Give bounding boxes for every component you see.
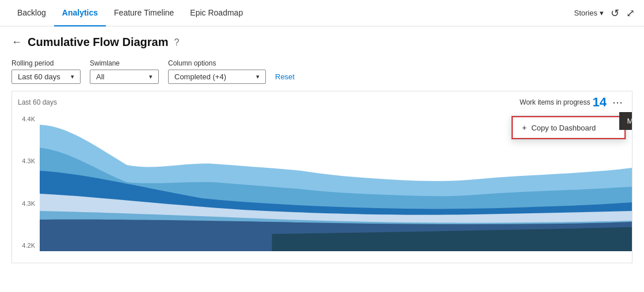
y-axis-label-2: 4.3K xyxy=(22,157,35,164)
reset-button[interactable]: Reset xyxy=(275,72,295,81)
column-options-chevron-icon: ▾ xyxy=(256,73,260,80)
rolling-period-label: Rolling period xyxy=(12,59,81,67)
column-options-group: Column options Completed (+4) ▾ xyxy=(168,59,266,84)
chart-period-label: Last 60 days xyxy=(18,98,57,106)
copy-to-dashboard-label: Copy to Dashboard xyxy=(531,124,596,132)
nav-left: Backlog Analytics Feature Timeline Epic … xyxy=(9,0,251,26)
help-icon[interactable]: ? xyxy=(174,37,180,48)
stories-chevron-icon: ▾ xyxy=(600,9,604,17)
swimlane-chevron-icon: ▾ xyxy=(149,73,153,80)
rolling-period-dropdown[interactable]: Last 60 days ▾ xyxy=(12,70,81,84)
nav-item-epic-roadmap[interactable]: Epic Roadmap xyxy=(182,0,251,26)
column-options-value: Completed (+4) xyxy=(174,72,226,81)
more-options-button[interactable]: ⋯ xyxy=(609,95,626,110)
page-title: Cumulative Flow Diagram xyxy=(28,36,169,49)
work-items-label: Work items in progress xyxy=(520,98,590,106)
rolling-period-chevron-icon: ▾ xyxy=(71,73,74,80)
copy-to-dashboard-dropdown: + Copy to Dashboard xyxy=(511,116,626,140)
chart-top-bar: Last 60 days Work items in progress 14 ⋯… xyxy=(12,91,632,113)
column-options-dropdown[interactable]: Completed (+4) ▾ xyxy=(168,70,266,84)
nav-right: Stories ▾ ↺ ⤢ xyxy=(574,7,635,20)
back-button[interactable]: ← xyxy=(12,36,22,48)
work-items-count: 14 xyxy=(593,95,607,110)
plus-icon: + xyxy=(522,123,527,132)
rolling-period-group: Rolling period Last 60 days ▾ xyxy=(12,59,81,84)
fullscreen-button[interactable]: ⤢ xyxy=(626,7,635,20)
y-axis-label-4: 4.2K xyxy=(22,242,35,249)
y-axis-label-1: 4.4K xyxy=(22,116,35,122)
nav-item-feature-timeline[interactable]: Feature Timeline xyxy=(106,0,182,26)
rolling-period-value: Last 60 days xyxy=(18,72,60,81)
copy-to-dashboard-item[interactable]: + Copy to Dashboard xyxy=(512,116,626,139)
top-nav: Backlog Analytics Feature Timeline Epic … xyxy=(0,0,644,26)
stories-dropdown[interactable]: Stories ▾ xyxy=(574,9,604,17)
y-axis: 4.4K 4.3K 4.3K 4.2K xyxy=(12,113,40,251)
more-actions-button[interactable]: More actions xyxy=(619,112,632,130)
chart-area: Last 60 days Work items in progress 14 ⋯… xyxy=(12,91,632,263)
stories-label: Stories xyxy=(574,9,597,17)
chart-controls-area: Work items in progress 14 ⋯ + Copy to Da… xyxy=(520,95,626,110)
nav-item-backlog[interactable]: Backlog xyxy=(9,0,54,26)
swimlane-dropdown[interactable]: All ▾ xyxy=(90,70,159,84)
filters-bar: Rolling period Last 60 days ▾ Swimlane A… xyxy=(0,55,644,91)
nav-item-analytics[interactable]: Analytics xyxy=(54,0,106,26)
column-options-label: Column options xyxy=(168,59,266,67)
page-header: ← Cumulative Flow Diagram ? xyxy=(0,26,644,55)
swimlane-group: Swimlane All ▾ xyxy=(90,59,159,84)
refresh-button[interactable]: ↺ xyxy=(611,7,619,20)
y-axis-label-3: 4.3K xyxy=(22,200,35,207)
swimlane-value: All xyxy=(96,72,104,81)
swimlane-label: Swimlane xyxy=(90,59,159,67)
